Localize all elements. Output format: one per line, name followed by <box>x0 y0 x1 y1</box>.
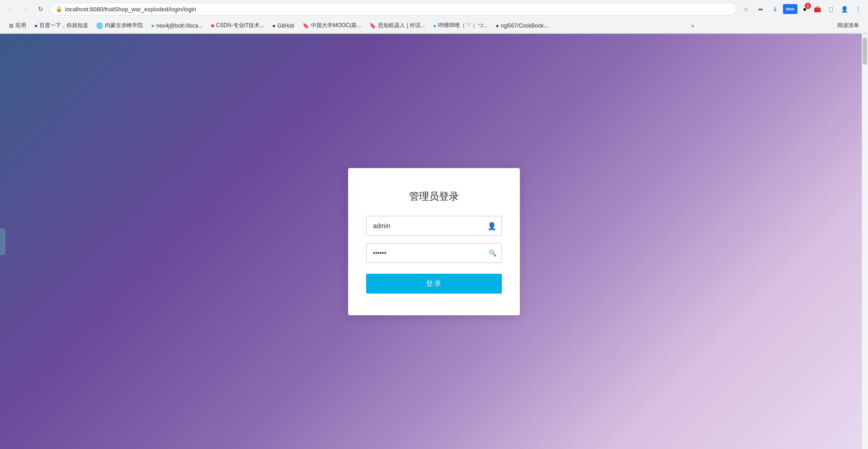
url-text: localhost:8080/fruitShop_war_exploded/lo… <box>65 6 731 13</box>
menu-button[interactable]: ⋮ <box>852 3 864 15</box>
login-title: 管理员登录 <box>409 190 459 203</box>
share-button[interactable]: ➦ <box>754 3 767 15</box>
notification-extension-icon[interactable]: ● 1 <box>799 4 810 14</box>
login-button[interactable]: 登录 <box>366 274 502 294</box>
browser-chrome: ← → ↻ 🔒 localhost:8080/fruitShop_war_exp… <box>0 0 868 34</box>
bilibili-icon: ● <box>433 23 436 29</box>
main-content: 管理员登录 👤 🔍 登录 <box>0 34 868 449</box>
neo4j-icon: ● <box>151 23 154 29</box>
star-button[interactable]: ☆ <box>740 3 752 15</box>
extensions-area: New ● 1 🧰 ⎕ 👤 ⋮ <box>783 3 864 15</box>
bookmark-neo4j[interactable]: ● neo4j@bolt://loca... <box>147 21 206 31</box>
bookmark-mooc[interactable]: 🔖 中国大学MOOC(慕... <box>299 20 365 31</box>
bookmark-apps[interactable]: ⊞ 应用 <box>5 20 30 31</box>
github-icon: ● <box>272 23 275 29</box>
password-input[interactable] <box>366 243 502 263</box>
address-bar[interactable]: 🔒 localhost:8080/fruitShop_war_exploded/… <box>50 3 737 15</box>
toolbar-actions: ☆ ➦ ⇓ New ● 1 🧰 ⎕ 👤 ⋮ <box>740 3 864 15</box>
bookmark-csdn[interactable]: ■ CSDN-专业IT技术... <box>207 20 268 31</box>
bookmark-baidu[interactable]: ● 百度一下，你就知道 <box>31 20 92 31</box>
bookmark-college[interactable]: 🌐 内蒙古赤峰学院 <box>93 20 146 31</box>
login-form: 👤 🔍 登录 <box>366 216 502 294</box>
bookmark-cookbook[interactable]: ● ngl567/CookBook... <box>492 21 552 31</box>
username-input[interactable] <box>366 216 502 236</box>
reading-list-button[interactable]: 阅读清单 <box>834 20 863 31</box>
baidu-icon: ● <box>34 23 38 29</box>
bookmark-bilibili[interactable]: ● 哔哩哔哩（ '-' ）つ... <box>429 20 491 31</box>
password-toggle-icon[interactable]: 🔍 <box>489 249 496 257</box>
scrollbar[interactable] <box>862 34 868 449</box>
bookmarks-more-button[interactable]: » <box>689 21 697 31</box>
user-icon: 👤 <box>487 222 496 230</box>
mooc-icon: 🔖 <box>302 23 309 29</box>
bookmark-github[interactable]: ● GitHub <box>269 21 298 31</box>
bookmarks-bar: ⊞ 应用 ● 百度一下，你就知道 🌐 内蒙古赤峰学院 ● neo4j@bolt:… <box>0 18 868 33</box>
back-button[interactable]: ← <box>4 3 16 15</box>
profile-button[interactable]: 👤 <box>838 3 851 15</box>
download-button[interactable]: ⇓ <box>769 3 781 15</box>
cookbook-icon: ● <box>496 23 499 29</box>
password-group: 🔍 <box>366 243 502 263</box>
extensions-button[interactable]: 🧰 <box>811 3 824 15</box>
new-extension-icon[interactable]: New <box>783 4 797 14</box>
lock-icon: 🔒 <box>56 6 62 12</box>
forward-button[interactable]: → <box>19 3 32 15</box>
login-card: 管理员登录 👤 🔍 登录 <box>348 168 520 315</box>
college-icon: 🌐 <box>96 23 103 29</box>
scrollbar-thumb[interactable] <box>863 37 867 65</box>
sizhirobot-icon: 🔖 <box>369 23 376 29</box>
username-group: 👤 <box>366 216 502 236</box>
reload-button[interactable]: ↻ <box>34 3 47 15</box>
cast-button[interactable]: ⎕ <box>825 3 837 15</box>
apps-icon: ⊞ <box>9 23 14 29</box>
bookmark-sizhirobot[interactable]: 🔖 思知机器人 | 对话... <box>366 20 429 31</box>
side-handle[interactable] <box>0 228 5 255</box>
notification-badge: 1 <box>805 3 811 9</box>
browser-toolbar: ← → ↻ 🔒 localhost:8080/fruitShop_war_exp… <box>0 0 868 18</box>
csdn-icon: ■ <box>211 23 214 29</box>
